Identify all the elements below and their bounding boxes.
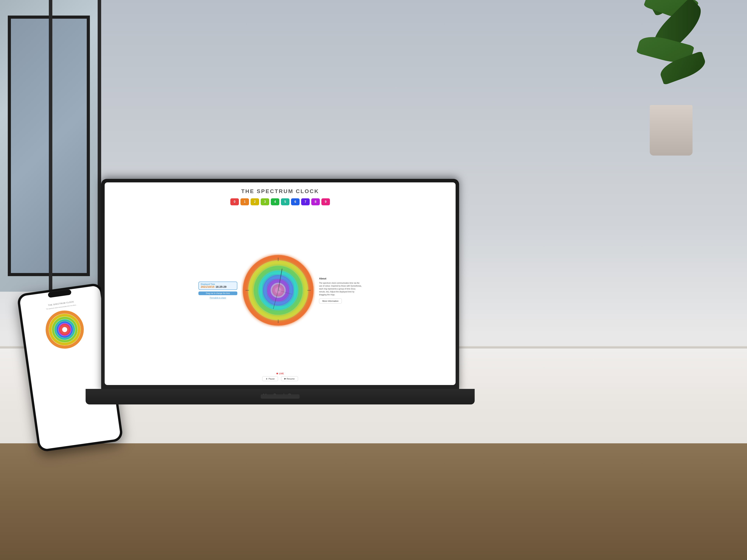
live-indicator: LIVE	[277, 372, 284, 375]
laptop-keyboard-base: MacBook Pro	[85, 389, 475, 404]
about-panel: About The spectrum clock communicates ti…	[319, 277, 362, 303]
laptop-device: THE SPECTRUM CLOCK 0123456789 Displayed …	[85, 179, 475, 451]
plant-pot	[650, 105, 693, 156]
clock-visualization[interactable]	[241, 254, 315, 327]
bottom-controls: LIVE ⏸ Pause ▶ Resume	[262, 372, 298, 381]
left-panel: Displayed Time 2021/10/15 16:25:29 Drag …	[199, 282, 237, 299]
color-button-2[interactable]: 2	[251, 198, 259, 205]
color-button-7[interactable]: 7	[301, 198, 310, 205]
pause-icon: ⏸	[265, 378, 268, 380]
more-info-button[interactable]: More Information	[319, 298, 342, 303]
app-title: THE SPECTRUM CLOCK	[241, 188, 319, 194]
about-body: The spectrum clock communicates time via…	[319, 282, 362, 296]
time-label: Displayed Time	[201, 283, 235, 285]
time-display-box: Displayed Time 2021/10/15 16:25:29	[199, 282, 237, 290]
plant-leaves	[626, 0, 704, 113]
time-date: 2021/10/15	[201, 285, 214, 288]
pause-label: Pause	[268, 378, 275, 380]
laptop-screen: THE SPECTRUM CLOCK 0123456789 Displayed …	[105, 182, 456, 385]
main-content-area: Displayed Time 2021/10/15 16:25:29 Drag …	[108, 210, 452, 370]
color-button-0[interactable]: 0	[230, 198, 239, 205]
app-screen: THE SPECTRUM CLOCK 0123456789 Displayed …	[105, 182, 456, 385]
window-frame	[8, 16, 90, 276]
color-button-6[interactable]: 6	[291, 198, 300, 205]
resume-label: Resume	[287, 378, 295, 380]
color-button-3[interactable]: 3	[261, 198, 269, 205]
playback-controls: ⏸ Pause ▶ Resume	[262, 376, 298, 381]
about-title: About	[319, 277, 362, 280]
svg-point-6	[60, 325, 69, 334]
color-button-1[interactable]: 1	[240, 198, 249, 205]
color-buttons-row: 0123456789	[230, 198, 330, 205]
pause-button[interactable]: ⏸ Pause	[262, 376, 278, 381]
resume-icon: ▶	[284, 377, 286, 380]
resume-button[interactable]: ▶ Resume	[281, 376, 298, 381]
phone-notch	[48, 289, 72, 298]
color-button-8[interactable]: 8	[311, 198, 320, 205]
color-button-9[interactable]: 9	[321, 198, 330, 205]
color-button-4[interactable]: 4	[271, 198, 279, 205]
drag-hint: Drag me to change the time	[199, 291, 237, 295]
time-time: 16:25:29	[215, 285, 227, 288]
laptop-bezel: THE SPECTRUM CLOCK 0123456789 Displayed …	[105, 182, 456, 385]
time-value: 2021/10/15 16:25:29	[201, 285, 235, 288]
color-button-5[interactable]: 5	[281, 198, 289, 205]
share-link[interactable]: Permalink to share	[199, 297, 237, 299]
live-label: LIVE	[279, 372, 284, 375]
plant-container	[591, 0, 708, 272]
room-background: THE SPECTRUM CLOCK The spectrum clock co…	[0, 0, 747, 560]
phone-clock-visualization	[43, 308, 87, 351]
laptop-brand: MacBook Pro	[251, 393, 309, 398]
laptop-screen-assembly: THE SPECTRUM CLOCK 0123456789 Displayed …	[101, 179, 459, 393]
desk-front	[0, 443, 747, 560]
clock-svg	[241, 254, 315, 327]
live-dot	[277, 373, 278, 374]
